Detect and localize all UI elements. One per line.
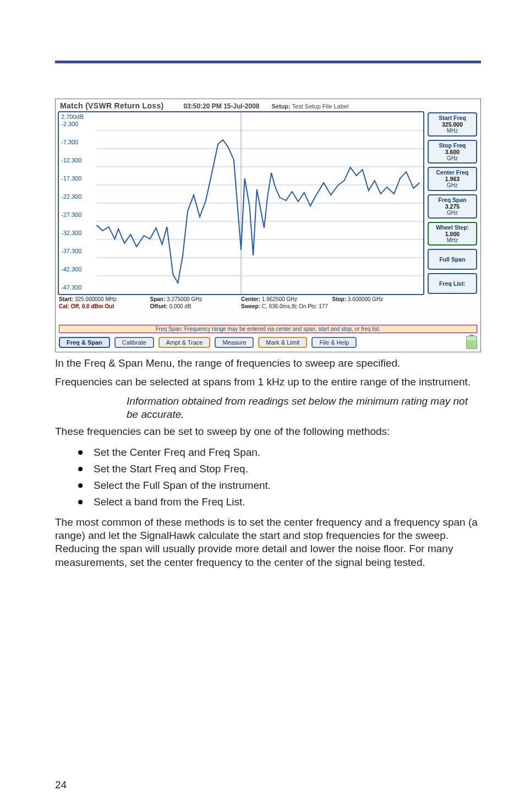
softkey-head: Stop Freq bbox=[430, 142, 474, 149]
tab-calibrate[interactable]: Calibrate bbox=[114, 337, 154, 348]
tab-ampt-trace[interactable]: Ampt & Trace bbox=[158, 337, 211, 348]
center-value: 1.962500 GHz bbox=[262, 296, 298, 302]
softkey-stop-freq[interactable]: Stop Freq3.600GHz bbox=[428, 140, 477, 164]
tab-mark-limit[interactable]: Mark & Limit bbox=[258, 337, 307, 348]
battery-icon bbox=[466, 336, 477, 349]
tab-freq-span[interactable]: Freq & Span bbox=[59, 337, 110, 348]
sweep-label: Sweep: bbox=[241, 303, 260, 309]
softkey-unit: GHz bbox=[430, 155, 474, 162]
ytick: -17.300 bbox=[61, 175, 81, 182]
ytick: -22.300 bbox=[61, 193, 81, 200]
start-value: 325.000000 MHz bbox=[75, 296, 117, 302]
softkey-column: Start Freq325.000MHzStop Freq3.600GHzCen… bbox=[428, 111, 477, 318]
setup-value: Test Setup File Label bbox=[292, 103, 349, 110]
softkey-value: 3.275 bbox=[445, 203, 460, 210]
header-rule bbox=[55, 61, 481, 63]
softkey-head: Wheel Step: bbox=[430, 224, 474, 231]
softkey-value: 1.963 bbox=[445, 176, 460, 182]
softkey-head: Freq Span bbox=[430, 197, 474, 203]
setup-label-group: Setup: Test Setup File Label bbox=[272, 103, 349, 110]
doc-bullet-list: Set the Center Freq and Freq Span.Set th… bbox=[55, 444, 481, 510]
center-label: Center: bbox=[241, 296, 260, 302]
setup-label: Setup: bbox=[272, 103, 291, 110]
softkey-freq-span[interactable]: Freq Span3.275GHz bbox=[428, 194, 477, 219]
plot-status-row: Start: 325.000000 MHz Cal: Off, 0.0 dBm … bbox=[58, 295, 424, 310]
softkey-value: 325.000 bbox=[442, 121, 463, 128]
softkey-label: Freq List: bbox=[439, 280, 466, 287]
softkey-wheel-step-[interactable]: Wheel Step:1.000MHz bbox=[428, 222, 477, 246]
ytick: -37.300 bbox=[61, 248, 81, 254]
doc-paragraph: In the Freq & Span Menu, the range of fr… bbox=[55, 357, 481, 370]
softkey-freq-list-[interactable]: Freq List: bbox=[428, 273, 477, 294]
doc-bullet: Set the Start Freq and Stop Freq. bbox=[94, 461, 481, 477]
sweep-value: C, 836.0ms,Ifc On Pts: 177 bbox=[262, 303, 328, 309]
doc-paragraph: Frequencies can be selected at spans fro… bbox=[55, 375, 481, 389]
softkey-unit: MHz bbox=[430, 128, 474, 134]
bottom-tab-row: Freq & SpanCalibrateAmpt & TraceMeasureM… bbox=[56, 335, 480, 352]
doc-bullet: Select a band from the Freq List. bbox=[94, 494, 481, 510]
doc-italic-note: Information obtained from readings set b… bbox=[55, 395, 481, 421]
page-number: 24 bbox=[55, 779, 67, 791]
ytick: -7.300 bbox=[61, 139, 78, 145]
softkey-start-freq[interactable]: Start Freq325.000MHz bbox=[428, 112, 477, 137]
clock: 03:50:20 PM 15-Jul-2008 bbox=[183, 102, 259, 110]
span-value: 3.275000 GHz bbox=[167, 296, 203, 302]
offset-label: Offset: bbox=[150, 303, 168, 309]
softkey-unit: GHz bbox=[430, 182, 474, 189]
doc-bullet: Select the Full Span of the instrument. bbox=[94, 477, 481, 494]
hint-bar: Freq Span: Frequency range may be entere… bbox=[59, 325, 477, 333]
measurement-mode: Match (VSWR Return Loss) bbox=[60, 101, 163, 110]
softkey-label: Full Span bbox=[439, 256, 465, 263]
stop-value: 3.600000 GHz bbox=[348, 296, 384, 302]
ytick: -2.300 bbox=[61, 121, 78, 127]
softkey-unit: GHz bbox=[430, 210, 474, 216]
ytick: -12.300 bbox=[61, 157, 81, 164]
stop-label: Stop: bbox=[332, 296, 347, 302]
tab-measure[interactable]: Measure bbox=[215, 337, 254, 348]
start-label: Start: bbox=[59, 296, 73, 302]
ytick: -47.300 bbox=[61, 284, 81, 291]
softkey-value: 3.600 bbox=[445, 149, 460, 155]
ytick: -42.300 bbox=[61, 266, 81, 273]
softkey-blank bbox=[428, 297, 477, 318]
offset-value: 0.000 dB bbox=[169, 303, 192, 309]
softkey-unit: MHz bbox=[430, 237, 474, 244]
softkey-head: Start Freq bbox=[430, 115, 474, 121]
softkey-full-span[interactable]: Full Span bbox=[428, 249, 477, 270]
doc-paragraph: These frequencies can be set to sweep by… bbox=[55, 425, 481, 438]
span-label: Span: bbox=[150, 296, 166, 302]
doc-bullet: Set the Center Freq and Freq Span. bbox=[94, 444, 481, 461]
doc-paragraph: The most common of these methods is to s… bbox=[55, 516, 481, 569]
tab-file-help[interactable]: File & Help bbox=[311, 337, 357, 348]
ytick: -32.300 bbox=[61, 230, 81, 236]
softkey-value: 1.000 bbox=[445, 231, 460, 237]
instrument-screenshot: Match (VSWR Return Loss) 03:50:20 PM 15-… bbox=[55, 99, 481, 352]
ytick: 2.700dB bbox=[61, 113, 84, 120]
ytick: -27.300 bbox=[61, 211, 81, 218]
softkey-center-freq[interactable]: Center Freq1.963GHz bbox=[428, 167, 477, 191]
softkey-head: Center Freq bbox=[430, 169, 474, 176]
cal-status: Cal: Off, 0.0 dBm Out bbox=[59, 303, 114, 309]
trace-plot: 2.700dB -2.300 -7.300 -12.300 -17.300 -2… bbox=[58, 111, 424, 295]
